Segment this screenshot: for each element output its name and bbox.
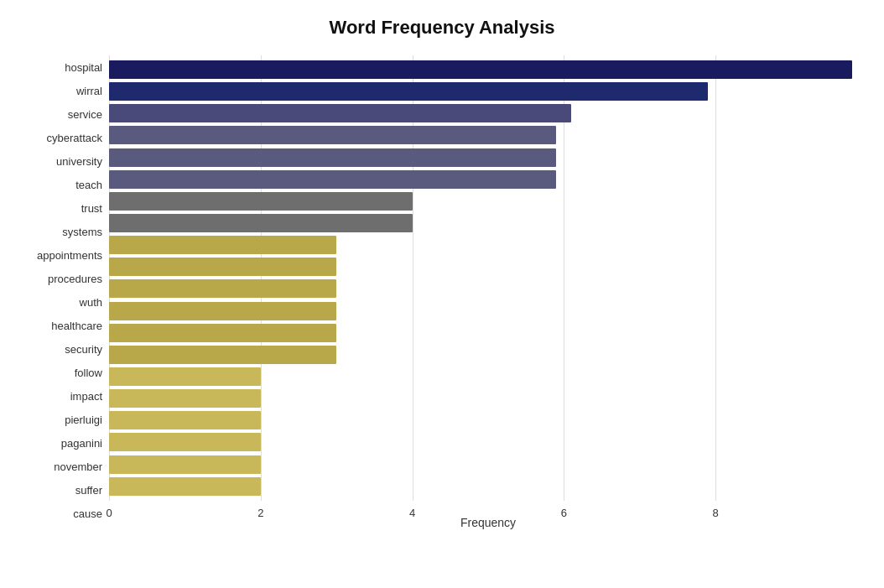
- y-label: november: [17, 455, 102, 479]
- bar-row: [109, 147, 867, 169]
- bar-row: [109, 431, 867, 453]
- y-label: university: [17, 149, 102, 173]
- bar: [109, 477, 261, 496]
- bar-row: [109, 102, 867, 124]
- bar: [109, 302, 336, 320]
- bar: [109, 279, 336, 298]
- bar: [109, 455, 261, 474]
- bar-row: [109, 256, 867, 278]
- bars-wrapper: [109, 55, 867, 501]
- bar-row: [109, 81, 867, 102]
- bar-row: [109, 59, 867, 81]
- y-label: hospital: [17, 55, 102, 79]
- bar: [109, 258, 336, 276]
- y-label: teach: [17, 173, 102, 196]
- bar-row: [109, 454, 867, 476]
- bar: [109, 82, 708, 101]
- bar: [109, 411, 261, 429]
- bar-row: [109, 124, 867, 146]
- bar-row: [109, 476, 867, 497]
- y-label: healthcare: [17, 315, 102, 338]
- bar: [109, 192, 413, 211]
- bar: [109, 126, 556, 144]
- bar: [109, 346, 336, 364]
- bar-row: [109, 190, 867, 212]
- y-label: trust: [17, 196, 102, 220]
- bar-row: [109, 409, 867, 431]
- y-label: follow: [17, 362, 102, 385]
- bar: [109, 148, 556, 167]
- bar-row: [109, 388, 867, 409]
- bar-row: [109, 212, 867, 234]
- bar: [109, 389, 261, 408]
- y-label: suffer: [17, 479, 102, 502]
- y-label: appointments: [17, 243, 102, 267]
- bar: [109, 170, 556, 189]
- bar: [109, 60, 852, 79]
- plot-area: 02468Frequency: [109, 55, 867, 526]
- chart-title: Word Frequency Analysis: [17, 17, 867, 39]
- bar-row: [109, 322, 867, 344]
- x-axis-title: Frequency: [109, 516, 867, 529]
- bar: [109, 433, 261, 451]
- bar: [109, 104, 571, 122]
- x-axis-labels: 02468Frequency: [109, 501, 867, 526]
- chart-area: hospitalwirralservicecyberattackuniversi…: [17, 55, 867, 526]
- y-label: security: [17, 338, 102, 362]
- y-label: service: [17, 102, 102, 126]
- y-label: pierluigi: [17, 408, 102, 432]
- bar-row: [109, 234, 867, 256]
- bar-row: [109, 300, 867, 322]
- bar: [109, 367, 261, 386]
- y-label: procedures: [17, 267, 102, 290]
- y-label: wirral: [17, 79, 102, 102]
- bar-row: [109, 344, 867, 366]
- bar-row: [109, 366, 867, 388]
- bar: [109, 236, 336, 254]
- bar: [109, 324, 336, 342]
- y-label: impact: [17, 385, 102, 408]
- y-label: paganini: [17, 432, 102, 455]
- y-label: wuth: [17, 290, 102, 314]
- bar: [109, 214, 413, 232]
- bar-row: [109, 278, 867, 299]
- y-label: cause: [17, 502, 102, 526]
- chart-container: Word Frequency Analysis hospitalwirralse…: [0, 0, 884, 588]
- y-axis: hospitalwirralservicecyberattackuniversi…: [17, 55, 109, 526]
- bar-row: [109, 169, 867, 190]
- y-label: systems: [17, 220, 102, 243]
- y-label: cyberattack: [17, 126, 102, 149]
